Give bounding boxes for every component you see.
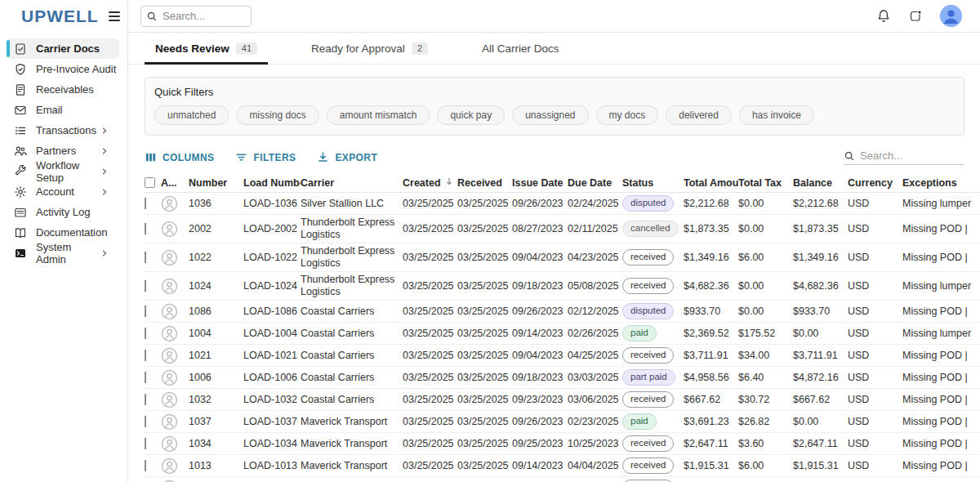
assignee-avatar-icon[interactable]: [161, 435, 189, 453]
column-header-carrier[interactable]: Carrier: [301, 177, 403, 189]
table-row[interactable]: 1032LOAD-1032Coastal Carriers03/25/20250…: [145, 389, 980, 411]
column-header-balance[interactable]: Balance: [793, 177, 848, 189]
column-header-created[interactable]: Created: [403, 176, 457, 189]
table-row[interactable]: 1022LOAD-1022Thunderbolt Express Logisti…: [145, 243, 980, 272]
sidebar-item-documentation[interactable]: Documentation: [0, 222, 127, 243]
table-row[interactable]: 1036LOAD-1036Silver Stallion LLC03/25/20…: [145, 193, 980, 215]
row-checkbox[interactable]: [145, 306, 161, 317]
column-header-issue-date[interactable]: Issue Date: [512, 177, 568, 189]
column-header-total-tax[interactable]: Total Tax: [738, 177, 793, 189]
table-row[interactable]: 1013LOAD-1013Maverick Transport03/25/202…: [145, 455, 980, 477]
tab-needs-review[interactable]: Needs Review41: [145, 33, 268, 64]
tab-ready-for-approval[interactable]: Ready for Approval2: [301, 33, 439, 64]
cell-issue-date: 09/04/2023: [512, 252, 568, 263]
sidebar-item-pre-invoice-audit[interactable]: Pre-Invoice Audit: [0, 59, 127, 79]
cell-total-tax: $0.00: [738, 306, 793, 317]
cell-total-tax: $6.40: [738, 372, 793, 383]
table-row[interactable]: 1021LOAD-1021Coastal Carriers03/25/20250…: [145, 345, 980, 367]
table-search-input[interactable]: [860, 150, 964, 162]
table-row[interactable]: 1086LOAD-1086Coastal Carriers03/25/20250…: [145, 301, 980, 323]
cell-total-amount: $4,958.56: [684, 372, 738, 383]
sort-desc-icon[interactable]: [444, 176, 454, 189]
bell-icon[interactable]: [876, 9, 891, 24]
row-checkbox[interactable]: [145, 223, 161, 234]
user-avatar[interactable]: [940, 5, 962, 27]
table-row[interactable]: 1024LOAD-1024Thunderbolt Express Logisti…: [145, 272, 980, 301]
column-header-load-number[interactable]: Load Number: [243, 177, 301, 189]
table-row[interactable]: 1004LOAD-1004Coastal Carriers03/25/20250…: [145, 323, 980, 345]
table-row[interactable]: 1015LOAD-1015Maverick Transport03/25/202…: [145, 477, 980, 482]
row-checkbox[interactable]: [145, 416, 161, 427]
table-row[interactable]: 1006LOAD-1006Coastal Carriers03/25/20250…: [145, 367, 980, 389]
row-checkbox[interactable]: [145, 280, 161, 292]
doc-check-icon: [14, 42, 27, 56]
table-row[interactable]: 1034LOAD-1034Maverick Transport03/25/202…: [145, 433, 980, 455]
cell-total-amount: $2,647.11: [684, 438, 738, 449]
assignee-avatar-icon[interactable]: [161, 221, 189, 238]
assignee-avatar-icon[interactable]: [161, 347, 189, 364]
filters-button[interactable]: FILTERS: [235, 151, 296, 163]
global-search[interactable]: [140, 6, 252, 27]
row-checkbox[interactable]: [145, 198, 161, 209]
releases-icon[interactable]: [909, 10, 922, 23]
column-header-received[interactable]: Received: [457, 177, 512, 189]
column-header-due-date[interactable]: Due Date: [568, 177, 622, 189]
row-checkbox[interactable]: [145, 438, 161, 449]
column-header-a[interactable]: A...: [161, 177, 189, 189]
assignee-avatar-icon[interactable]: [161, 480, 189, 482]
sidebar-item-email[interactable]: Email: [0, 100, 127, 120]
quick-filter-chip-unassigned[interactable]: unassigned: [512, 105, 588, 125]
sidebar-item-transactions[interactable]: Transactions: [0, 120, 127, 141]
table-row[interactable]: 2002LOAD-2002Thunderbolt Express Logisti…: [145, 215, 980, 243]
status-badge: received: [622, 347, 674, 364]
row-checkbox[interactable]: [145, 460, 161, 471]
sidebar-item-carrier-docs[interactable]: Carrier Docs: [7, 38, 119, 59]
column-label: Balance: [793, 177, 832, 189]
assignee-avatar-icon[interactable]: [161, 278, 189, 295]
assignee-avatar-icon[interactable]: [161, 413, 189, 431]
column-header-currency[interactable]: Currency: [848, 177, 902, 189]
row-checkbox[interactable]: [145, 328, 161, 339]
tab-all-carrier-docs[interactable]: All Carrier Docs: [471, 33, 570, 64]
assignee-avatar-icon[interactable]: [161, 325, 189, 342]
assignee-avatar-icon[interactable]: [161, 457, 189, 475]
column-header-number[interactable]: Number: [189, 177, 243, 189]
sidebar-item-receivables[interactable]: Receivables: [0, 79, 127, 100]
assignee-avatar-icon[interactable]: [161, 195, 189, 212]
assignee-avatar-icon[interactable]: [161, 369, 189, 386]
column-header-exceptions[interactable]: Exceptions: [902, 177, 980, 189]
sidebar-item-system-admin[interactable]: System Admin: [0, 243, 127, 263]
column-header-total-amount[interactable]: Total Amount: [684, 177, 738, 189]
hamburger-menu-icon[interactable]: [109, 11, 120, 21]
cell-created: 03/25/2025: [403, 280, 457, 292]
sidebar-item-activity-log[interactable]: Activity Log: [0, 202, 127, 222]
row-checkbox[interactable]: [145, 394, 161, 405]
global-search-input[interactable]: [163, 10, 246, 22]
quick-filter-chip-quick-pay[interactable]: quick pay: [437, 105, 505, 125]
cell-currency: USD: [848, 438, 902, 449]
select-all-checkbox[interactable]: [145, 177, 161, 188]
assignee-avatar-icon[interactable]: [161, 391, 189, 408]
columns-button[interactable]: COLUMNS: [145, 151, 214, 163]
cell-issue-date: 09/14/2023: [512, 328, 568, 339]
quick-filter-chip-delivered[interactable]: delivered: [666, 105, 732, 125]
sidebar-item-partners[interactable]: Partners: [0, 141, 127, 161]
row-checkbox[interactable]: [145, 350, 161, 361]
sidebar-item-workflow-setup[interactable]: Workflow Setup: [0, 161, 127, 181]
quick-filter-chip-my-docs[interactable]: my docs: [596, 105, 659, 125]
table-search[interactable]: [844, 150, 964, 165]
export-button[interactable]: EXPORT: [317, 151, 377, 163]
cell-created: 03/25/2025: [403, 198, 457, 209]
column-header-status[interactable]: Status: [622, 177, 684, 189]
cell-exceptions: Missing POD |: [902, 394, 980, 405]
quick-filter-chip-has-invoice[interactable]: has invoice: [739, 105, 814, 125]
table-row[interactable]: 1037LOAD-1037Maverick Transport03/25/202…: [145, 411, 980, 433]
sidebar-item-account[interactable]: Account: [0, 181, 127, 202]
quick-filter-chip-missing-docs[interactable]: missing docs: [236, 105, 318, 125]
assignee-avatar-icon[interactable]: [161, 249, 189, 266]
quick-filter-chip-unmatched[interactable]: unmatched: [154, 105, 229, 125]
row-checkbox[interactable]: [145, 372, 161, 383]
assignee-avatar-icon[interactable]: [161, 303, 189, 320]
quick-filter-chip-amount-mismatch[interactable]: amount mismatch: [327, 105, 430, 125]
row-checkbox[interactable]: [145, 252, 161, 263]
